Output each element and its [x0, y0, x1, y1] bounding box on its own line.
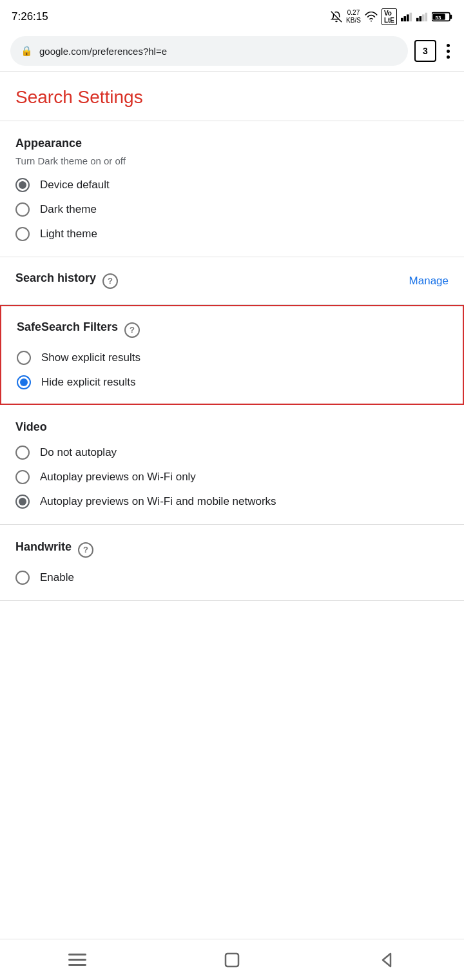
handwrite-radio-group: Enable [15, 571, 449, 585]
safesearch-title-row: SafeSearch Filters ? [17, 320, 447, 339]
handwrite-section: Handwrite ? Enable [0, 525, 464, 601]
appearance-radio-group: Device default Dark theme Light theme [15, 178, 449, 241]
radio-label-autoplay-wifi: Autoplay previews on Wi-Fi only [40, 471, 196, 484]
nav-home-button[interactable] [213, 947, 251, 973]
svg-rect-16 [68, 964, 86, 966]
svg-rect-4 [407, 14, 409, 21]
svg-text:53: 53 [436, 15, 441, 21]
svg-rect-7 [420, 16, 422, 21]
svg-rect-6 [416, 18, 419, 21]
radio-circle-device-default [15, 178, 30, 192]
radio-label-autoplay-all: Autoplay previews on Wi-Fi and mobile ne… [40, 495, 276, 508]
radio-autoplay-wifi[interactable]: Autoplay previews on Wi-Fi only [15, 470, 449, 484]
svg-rect-15 [68, 959, 86, 961]
radio-circle-hide-explicit [17, 375, 31, 389]
radio-circle-handwrite-enable [15, 571, 30, 585]
svg-rect-11 [450, 15, 452, 19]
status-bar: 7:26:15 0.27KB/S VoLtE [0, 0, 464, 31]
radio-handwrite-enable[interactable]: Enable [15, 571, 449, 585]
radio-circle-autoplay-all [15, 495, 30, 509]
radio-dark-theme[interactable]: Dark theme [15, 202, 449, 217]
radio-circle-light-theme [15, 227, 30, 241]
video-radio-group: Do not autoplay Autoplay previews on Wi-… [15, 446, 449, 509]
radio-device-default[interactable]: Device default [15, 178, 449, 192]
svg-rect-5 [410, 13, 412, 22]
search-history-section: Search history ? Manage [0, 257, 464, 305]
appearance-section: Appearance Turn Dark theme on or off Dev… [0, 121, 464, 257]
radio-circle-no-autoplay [15, 446, 30, 460]
radio-label-dark-theme: Dark theme [40, 203, 97, 216]
status-time: 7:26:15 [12, 10, 48, 23]
radio-label-device-default: Device default [40, 179, 110, 191]
radio-label-light-theme: Light theme [40, 228, 97, 240]
back-icon [380, 952, 393, 968]
radio-inner-autoplay-all [19, 498, 26, 505]
svg-rect-17 [226, 954, 238, 966]
hamburger-icon [68, 954, 86, 966]
radio-hide-explicit[interactable]: Hide explicit results [17, 375, 447, 389]
main-content: Search Settings Appearance Turn Dark the… [0, 72, 464, 652]
handwrite-help-icon[interactable]: ? [78, 542, 93, 558]
bottom-nav [0, 939, 464, 980]
signal-icon [401, 12, 412, 22]
battery-icon: 53 [432, 12, 452, 22]
browser-bar: 🔒 google.com/preferences?hl=e 3 [0, 31, 464, 72]
svg-marker-18 [383, 954, 391, 966]
radio-no-autoplay[interactable]: Do not autoplay [15, 446, 449, 460]
url-text: google.com/preferences?hl=e [39, 46, 167, 57]
handwrite-title: Handwrite [15, 540, 72, 554]
radio-circle-show-explicit [17, 351, 31, 365]
radio-inner-device-default [19, 181, 26, 189]
volte-icon: VoLtE [382, 8, 397, 25]
radio-label-no-autoplay: Do not autoplay [40, 446, 117, 459]
appearance-subtitle: Turn Dark theme on or off [15, 155, 449, 166]
svg-point-1 [371, 21, 372, 22]
handwrite-title-row: Handwrite ? [15, 540, 449, 559]
safesearch-radio-group: Show explicit results Hide explicit resu… [17, 351, 447, 389]
svg-rect-8 [422, 14, 425, 21]
search-history-left: Search history ? [15, 271, 118, 290]
signal-icon-2 [416, 12, 428, 22]
lock-icon: 🔒 [21, 45, 33, 57]
url-box[interactable]: 🔒 google.com/preferences?hl=e [10, 36, 408, 66]
safesearch-title: SafeSearch Filters [17, 320, 118, 334]
status-icons: 0.27KB/S VoLtE 53 [331, 8, 452, 25]
svg-rect-9 [425, 13, 428, 22]
safesearch-help-icon[interactable]: ? [124, 322, 140, 338]
nav-menu-button[interactable] [58, 947, 97, 973]
more-menu-button[interactable] [443, 40, 454, 63]
appearance-title: Appearance [15, 137, 449, 150]
square-icon [224, 952, 240, 968]
video-title: Video [15, 420, 449, 434]
radio-light-theme[interactable]: Light theme [15, 227, 449, 241]
radio-autoplay-all[interactable]: Autoplay previews on Wi-Fi and mobile ne… [15, 495, 449, 509]
radio-circle-autoplay-wifi [15, 470, 30, 484]
radio-show-explicit[interactable]: Show explicit results [17, 351, 447, 365]
radio-label-show-explicit: Show explicit results [41, 351, 140, 364]
radio-circle-dark-theme [15, 202, 30, 217]
tab-count-button[interactable]: 3 [414, 40, 436, 62]
nav-back-button[interactable] [367, 947, 406, 973]
safesearch-section: SafeSearch Filters ? Show explicit resul… [0, 305, 464, 405]
radio-label-handwrite-enable: Enable [40, 571, 74, 584]
search-history-help-icon[interactable]: ? [102, 273, 118, 289]
radio-inner-hide-explicit [20, 378, 28, 386]
search-history-title: Search history [15, 271, 96, 285]
svg-rect-2 [401, 18, 403, 21]
manage-link[interactable]: Manage [409, 275, 449, 288]
mute-icon [331, 11, 342, 23]
page-title: Search Settings [0, 72, 464, 121]
radio-label-hide-explicit: Hide explicit results [41, 376, 135, 389]
svg-line-0 [331, 12, 342, 23]
svg-rect-14 [68, 954, 86, 956]
wifi-icon [365, 12, 378, 22]
data-speed: 0.27KB/S [346, 9, 361, 24]
video-section: Video Do not autoplay Autoplay previews … [0, 405, 464, 525]
svg-rect-3 [404, 16, 407, 21]
